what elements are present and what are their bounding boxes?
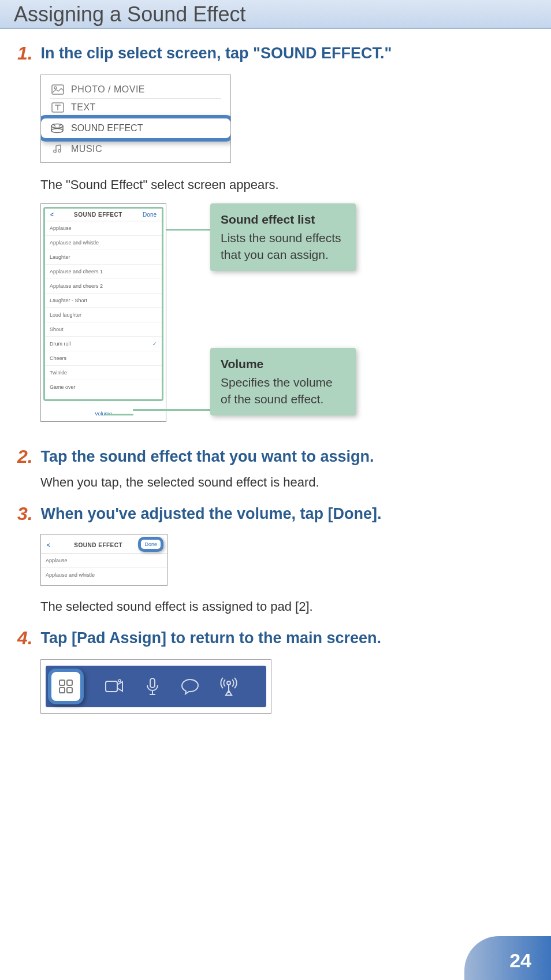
screen-title: SOUND EFFECT bbox=[74, 211, 122, 218]
callout-volume: Volume Specifies the volume of the sound… bbox=[210, 348, 356, 415]
step-number: 1. bbox=[17, 43, 38, 64]
clip-label: MUSIC bbox=[71, 144, 102, 154]
broadcast-icon[interactable] bbox=[220, 677, 237, 696]
page-title-bar: Assigning a Sound Effect bbox=[0, 0, 551, 29]
microphone-icon[interactable] bbox=[145, 677, 160, 696]
step-number: 2. bbox=[17, 446, 38, 467]
camera-icon[interactable] bbox=[105, 679, 124, 694]
svg-rect-8 bbox=[67, 680, 72, 685]
music-icon bbox=[51, 144, 64, 154]
sound-effect-list-highlight: < SOUND EFFECT Done Applause Applause an… bbox=[43, 207, 163, 401]
step-title: Tap [Pad Assign] to return to the main s… bbox=[40, 628, 381, 648]
screen-title: SOUND EFFECT bbox=[58, 542, 138, 548]
svg-point-12 bbox=[118, 680, 121, 682]
step-3-after-text: The selected sound effect is assigned to… bbox=[40, 597, 534, 616]
callout-sound-effect-list: Sound effect list Lists the sound effect… bbox=[210, 203, 356, 271]
chat-icon[interactable] bbox=[181, 678, 199, 695]
done-highlight-screenshot: < SOUND EFFECT Done Applause Applause an… bbox=[40, 534, 167, 586]
svg-rect-0 bbox=[52, 85, 64, 94]
list-item[interactable]: Applause bbox=[41, 554, 167, 568]
sound-effect-header: < SOUND EFFECT Done bbox=[45, 209, 162, 221]
sound-effect-list-screenshot: < SOUND EFFECT Done Applause Applause an… bbox=[40, 203, 166, 422]
list-item[interactable]: Applause and whistle bbox=[41, 568, 167, 582]
callout-connector bbox=[166, 229, 210, 231]
svg-point-1 bbox=[54, 87, 57, 89]
step-4: 4. Tap [Pad Assign] to return to the mai… bbox=[17, 628, 534, 714]
page-number: 24 bbox=[509, 949, 531, 972]
list-item[interactable]: Laughter - Short bbox=[45, 294, 162, 308]
sound-effect-screen-figure: < SOUND EFFECT Done Applause Applause an… bbox=[40, 203, 534, 435]
svg-rect-9 bbox=[59, 688, 65, 693]
pad-assign-button-highlighted[interactable] bbox=[48, 669, 84, 704]
checkmark-icon: ✓ bbox=[152, 341, 157, 347]
list-item[interactable]: Laughter bbox=[45, 250, 162, 265]
callout-title: Volume bbox=[221, 356, 345, 372]
photo-icon bbox=[51, 84, 64, 95]
step-1-after-text: The "Sound Effect" select screen appears… bbox=[40, 176, 534, 194]
step-3: 3. When you've adjusted the volume, tap … bbox=[17, 503, 534, 616]
grid-icon bbox=[58, 678, 74, 695]
list-item-selected[interactable]: Drum roll✓ bbox=[45, 337, 162, 351]
list-item[interactable]: Applause bbox=[45, 221, 162, 236]
svg-point-14 bbox=[227, 681, 230, 685]
step-title: When you've adjusted the volume, tap [Do… bbox=[40, 503, 381, 524]
list-item[interactable]: Applause and whistle bbox=[45, 236, 162, 250]
callout-connector bbox=[133, 409, 210, 411]
step-2: 2. Tap the sound effect that you want to… bbox=[17, 446, 534, 492]
clip-row-photo-movie: PHOTO / MOVIE bbox=[50, 81, 221, 99]
clip-label: PHOTO / MOVIE bbox=[71, 84, 145, 95]
toolbar-screenshot bbox=[40, 659, 271, 714]
callout-title: Sound effect list bbox=[221, 211, 345, 228]
content-area: 1. In the clip select screen, tap "SOUND… bbox=[0, 29, 551, 739]
list-item[interactable]: Shout bbox=[45, 322, 162, 337]
clip-row-text: TEXT bbox=[50, 99, 221, 113]
step-title: In the clip select screen, tap "SOUND EF… bbox=[40, 43, 392, 64]
clip-select-menu-screenshot: PHOTO / MOVIE TEXT SOUND EFFECT MUSIC bbox=[40, 75, 231, 163]
drum-icon bbox=[50, 123, 64, 133]
text-icon bbox=[51, 102, 64, 113]
page-number-badge: 24 bbox=[464, 936, 551, 980]
list-item[interactable]: Applause and cheers 2 bbox=[45, 279, 162, 294]
done-button[interactable]: Done bbox=[143, 211, 157, 218]
svg-rect-7 bbox=[59, 680, 65, 685]
svg-point-4 bbox=[51, 129, 63, 133]
page-number-bg bbox=[464, 936, 551, 980]
callout-body: Lists the sound effects that you can ass… bbox=[221, 230, 345, 263]
back-button[interactable]: < bbox=[50, 211, 54, 218]
clip-row-sound-effect-highlighted[interactable]: SOUND EFFECT bbox=[40, 115, 231, 142]
clip-label: TEXT bbox=[71, 102, 96, 113]
list-item[interactable]: Game over bbox=[45, 380, 162, 394]
volume-highlight-line bbox=[105, 414, 133, 415]
callout-body: Specifies the volume of the sound effect… bbox=[221, 374, 345, 407]
step-number: 4. bbox=[17, 628, 38, 649]
svg-rect-10 bbox=[67, 688, 72, 693]
svg-rect-11 bbox=[106, 681, 117, 692]
page-title: Assigning a Sound Effect bbox=[14, 2, 537, 27]
main-toolbar bbox=[46, 666, 266, 707]
step-1: 1. In the clip select screen, tap "SOUND… bbox=[17, 43, 534, 435]
list-item[interactable]: Loud laughter bbox=[45, 308, 162, 322]
clip-row-music: MUSIC bbox=[50, 144, 221, 158]
step-number: 3. bbox=[17, 503, 38, 525]
clip-label: SOUND EFFECT bbox=[71, 123, 143, 133]
step-title: Tap the sound effect that you want to as… bbox=[40, 446, 374, 467]
step-body: When you tap, the selected sound effect … bbox=[40, 473, 534, 492]
screenshot-header: < SOUND EFFECT Done bbox=[41, 537, 167, 554]
done-button-highlighted[interactable]: Done bbox=[138, 537, 163, 552]
list-item[interactable]: Cheers bbox=[45, 351, 162, 366]
back-button[interactable]: < bbox=[47, 542, 58, 548]
list-item[interactable]: Twinkle bbox=[45, 366, 162, 380]
list-item[interactable]: Applause and cheers 1 bbox=[45, 265, 162, 279]
svg-rect-13 bbox=[150, 678, 155, 688]
